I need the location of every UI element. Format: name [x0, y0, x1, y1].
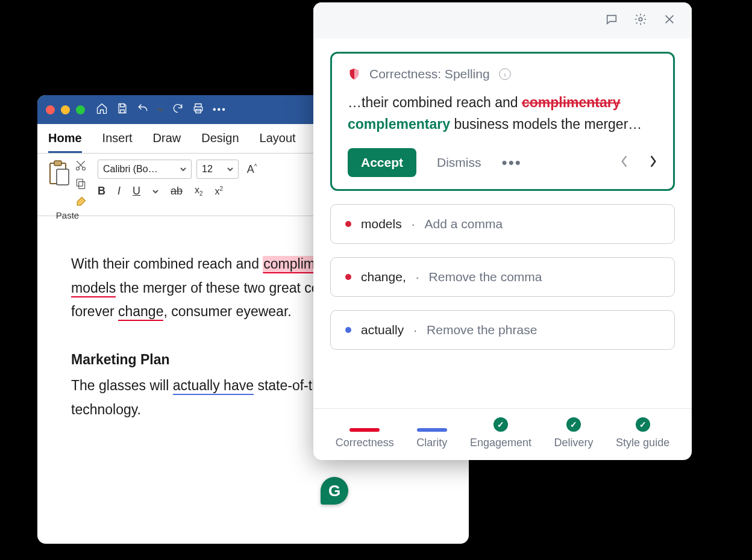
- separator: ·: [412, 217, 415, 231]
- cat-clarity[interactable]: Clarity: [416, 428, 447, 449]
- cat-label: Clarity: [416, 437, 447, 449]
- check-icon: ✓: [494, 417, 508, 432]
- grammarly-panel: Correctness: Spelling …their combined re…: [313, 2, 692, 460]
- suggestion-card-active: Correctness: Spelling …their combined re…: [330, 52, 675, 191]
- svg-rect-7: [79, 182, 85, 189]
- home-icon[interactable]: [96, 102, 108, 117]
- bold-button[interactable]: B: [98, 185, 105, 198]
- font-size-value: 12: [202, 164, 213, 175]
- redo-icon[interactable]: [172, 102, 184, 117]
- svg-rect-3: [54, 161, 61, 166]
- feedback-icon[interactable]: [605, 13, 618, 28]
- save-icon[interactable]: [116, 102, 128, 117]
- mini-hint: Remove the comma: [429, 270, 542, 284]
- panel-footer: Correctness Clarity ✓ Engagement ✓ Deliv…: [313, 408, 692, 460]
- incorrect-word: complimentary: [522, 95, 621, 110]
- suggestion-card-mini[interactable]: actually·Remove the phrase: [330, 310, 675, 350]
- svg-point-9: [639, 17, 642, 21]
- cat-delivery[interactable]: ✓ Delivery: [554, 417, 594, 449]
- font-size-combo[interactable]: 12: [196, 160, 239, 179]
- next-suggestion-icon[interactable]: [649, 155, 657, 170]
- mini-hint: Remove the phrase: [427, 323, 537, 337]
- dot-icon: [345, 221, 351, 227]
- cat-label: Style guide: [616, 437, 669, 449]
- copy-icon[interactable]: [75, 178, 87, 192]
- minimize-window-dot[interactable]: [61, 105, 70, 114]
- category-label: Correctness: Spelling: [369, 67, 490, 81]
- svg-point-6: [83, 167, 86, 170]
- svg-rect-8: [77, 179, 83, 187]
- overflow-icon[interactable]: •••: [213, 104, 227, 115]
- check-icon: ✓: [636, 417, 650, 432]
- suggestion-text: …their combined reach and complimentary …: [348, 92, 657, 135]
- replacement-word: complementary: [348, 116, 450, 132]
- svg-point-5: [77, 167, 80, 170]
- format-painter-icon[interactable]: [75, 196, 87, 210]
- close-icon[interactable]: [663, 13, 676, 28]
- gear-icon[interactable]: [634, 13, 647, 28]
- more-options-icon[interactable]: •••: [502, 154, 522, 172]
- tab-design[interactable]: Design: [201, 129, 239, 153]
- prev-suggestion-icon[interactable]: [620, 155, 628, 170]
- flagged-word-change[interactable]: change: [118, 303, 163, 321]
- underline-dropdown-icon[interactable]: [152, 185, 158, 198]
- dot-icon: [345, 274, 351, 280]
- text: business models the merger…: [454, 116, 642, 132]
- chevron-down-icon: [180, 164, 186, 175]
- quick-access-toolbar: •••: [96, 102, 227, 117]
- tab-draw[interactable]: Draw: [153, 129, 181, 153]
- undo-dropdown-icon[interactable]: [157, 104, 163, 115]
- grow-font-button[interactable]: A^: [243, 163, 260, 176]
- font-name-combo[interactable]: Calibri (Bo…: [98, 160, 192, 179]
- suggestion-category: Correctness: Spelling: [348, 67, 657, 81]
- close-window-dot[interactable]: [46, 105, 55, 114]
- italic-button[interactable]: I: [118, 185, 121, 198]
- grammarly-floating-icon[interactable]: G: [321, 477, 348, 505]
- tab-layout[interactable]: Layout: [260, 129, 296, 153]
- mini-hint: Add a comma: [425, 217, 503, 231]
- info-icon[interactable]: [498, 67, 512, 81]
- underline-button[interactable]: U: [133, 185, 140, 198]
- status-bar-red: [349, 428, 380, 432]
- cat-label: Delivery: [554, 437, 594, 449]
- mini-word: actually: [361, 323, 404, 337]
- strikethrough-button[interactable]: ab: [171, 185, 183, 198]
- panel-topbar: [313, 2, 692, 39]
- paste-group: Paste: [48, 160, 87, 220]
- text: With their combined reach and: [71, 256, 263, 272]
- cat-label: Engagement: [470, 437, 531, 449]
- suggestion-card-mini[interactable]: change,·Remove the comma: [330, 257, 675, 297]
- undo-icon[interactable]: [137, 102, 149, 117]
- text: …their combined reach and: [348, 95, 522, 110]
- flagged-phrase-actually-have[interactable]: actually have: [173, 378, 254, 395]
- separator: ·: [413, 323, 417, 337]
- print-icon[interactable]: [192, 102, 204, 117]
- dismiss-button[interactable]: Dismiss: [433, 155, 485, 170]
- font-name-value: Calibri (Bo…: [103, 164, 158, 175]
- tab-home[interactable]: Home: [48, 129, 82, 153]
- suggestion-card-mini[interactable]: models·Add a comma: [330, 204, 675, 244]
- cat-correctness[interactable]: Correctness: [336, 428, 394, 449]
- cut-icon[interactable]: [75, 160, 87, 174]
- dot-icon: [345, 327, 351, 333]
- mini-word: models: [361, 217, 402, 231]
- shield-icon: [348, 67, 361, 81]
- text: , consumer eyewear.: [163, 303, 291, 319]
- maximize-window-dot[interactable]: [76, 105, 85, 114]
- subscript-button[interactable]: x2: [195, 185, 203, 197]
- cat-style-guide[interactable]: ✓ Style guide: [616, 417, 669, 449]
- text: The glasses will: [71, 378, 173, 393]
- flagged-word-models[interactable]: models: [71, 280, 116, 297]
- superscript-button[interactable]: x2: [215, 185, 224, 197]
- svg-rect-4: [57, 169, 69, 185]
- separator: ·: [416, 270, 419, 284]
- cat-engagement[interactable]: ✓ Engagement: [470, 417, 531, 449]
- traffic-lights: [46, 105, 85, 114]
- check-icon: ✓: [566, 417, 581, 432]
- accept-button[interactable]: Accept: [348, 148, 416, 177]
- tab-insert[interactable]: Insert: [102, 129, 133, 153]
- clipboard-icon[interactable]: [48, 160, 70, 186]
- suggestion-actions: Accept Dismiss •••: [348, 148, 657, 177]
- status-bar-blue: [417, 428, 447, 432]
- chevron-down-icon: [227, 164, 233, 175]
